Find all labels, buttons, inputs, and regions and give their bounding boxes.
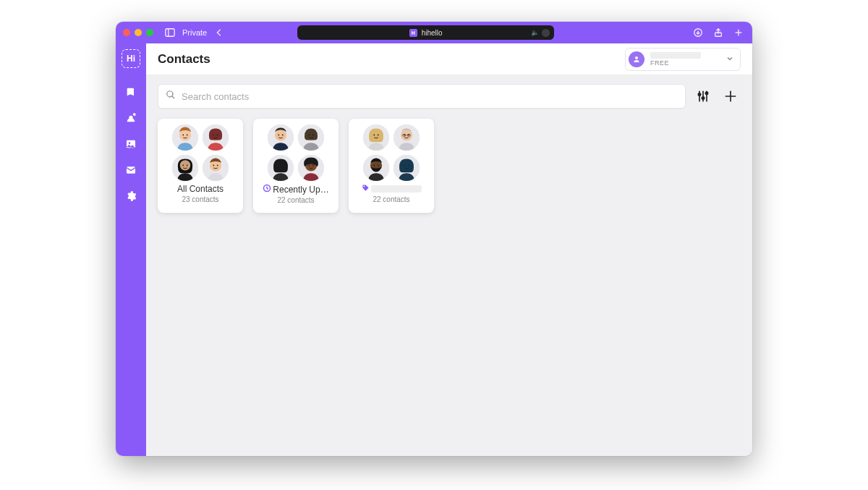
contact-avatar	[298, 124, 324, 151]
browser-titlebar: Private H hihello 🔈	[116, 22, 752, 43]
add-contact-button[interactable]	[720, 86, 741, 106]
search-icon	[166, 90, 176, 103]
sidebar-toggle-icon[interactable]	[163, 26, 176, 39]
svg-point-71	[363, 186, 365, 187]
plan-label: FREE	[650, 60, 720, 67]
recently-updated-icon	[263, 184, 271, 195]
page-title: Contacts	[158, 52, 210, 67]
group-title-placeholder	[371, 185, 422, 193]
contact-avatar	[268, 124, 294, 151]
share-icon[interactable]	[712, 26, 725, 39]
svg-point-47	[282, 165, 284, 166]
svg-point-13	[698, 93, 700, 96]
settings-nav-icon[interactable]	[124, 190, 137, 203]
group-card[interactable]: 22 contacts	[349, 119, 434, 213]
svg-point-25	[217, 135, 218, 136]
app-window: Private H hihello 🔈 Hi	[116, 22, 752, 456]
svg-point-61	[404, 135, 405, 136]
contact-avatar	[172, 155, 198, 181]
private-badge: Private	[182, 28, 207, 37]
search-input[interactable]	[182, 91, 678, 102]
window-controls	[123, 29, 153, 36]
contact-avatar	[363, 155, 389, 181]
backgrounds-nav-icon[interactable]	[124, 138, 137, 151]
svg-point-20	[182, 135, 184, 136]
svg-point-34	[213, 165, 214, 166]
search-box[interactable]	[158, 84, 686, 109]
svg-point-37	[275, 129, 286, 140]
group-count: 22 contacts	[373, 195, 409, 203]
filter-button[interactable]	[693, 86, 713, 106]
account-menu[interactable]: FREE	[625, 48, 741, 71]
contact-avatar	[363, 124, 389, 151]
zoom-window-button[interactable]	[146, 29, 153, 36]
contact-avatar	[172, 124, 198, 151]
tracker-icon	[542, 29, 550, 37]
email-nav-icon[interactable]	[124, 164, 137, 177]
app-logo[interactable]: Hi	[122, 49, 140, 68]
app-sidebar: Hi	[116, 43, 146, 456]
contact-avatar	[298, 155, 324, 181]
contact-avatar	[393, 155, 420, 181]
contact-avatar	[203, 124, 229, 151]
group-count: 23 contacts	[182, 195, 218, 203]
group-title: All Contacts	[177, 184, 224, 194]
group-card[interactable]: Recently Up…22 contacts	[253, 119, 339, 213]
svg-point-51	[312, 165, 314, 166]
svg-point-69	[404, 165, 405, 166]
contact-avatar	[268, 155, 294, 181]
group-card[interactable]: All Contacts23 contacts	[158, 119, 243, 213]
svg-point-8	[129, 142, 131, 144]
contact-avatar	[203, 155, 229, 181]
svg-point-43	[312, 135, 314, 136]
close-window-button[interactable]	[123, 29, 130, 36]
svg-point-50	[308, 165, 310, 166]
address-text: hihello	[422, 29, 443, 37]
account-name-placeholder	[650, 52, 701, 59]
groups-grid: All Contacts23 contacts Recently Up…22 c…	[146, 109, 752, 223]
contacts-nav-icon[interactable]	[124, 111, 137, 124]
svg-point-24	[213, 135, 214, 136]
svg-point-21	[187, 135, 188, 136]
svg-point-38	[278, 135, 279, 136]
svg-point-55	[373, 135, 375, 136]
content-header: Contacts FREE	[146, 43, 752, 75]
svg-point-35	[217, 165, 218, 166]
new-tab-icon[interactable]	[732, 26, 745, 39]
contacts-toolbar	[146, 75, 752, 109]
avatar-icon	[629, 51, 644, 67]
svg-point-65	[373, 165, 375, 166]
downloads-icon[interactable]	[692, 26, 705, 39]
address-bar[interactable]: H hihello 🔈	[297, 25, 554, 40]
group-title	[362, 184, 422, 194]
svg-point-15	[705, 92, 707, 94]
main-content: Contacts FREE	[146, 43, 752, 456]
group-count: 22 contacts	[277, 196, 314, 204]
group-title: Recently Up…	[263, 184, 328, 195]
back-icon[interactable]	[213, 26, 226, 39]
site-favicon: H	[409, 29, 417, 37]
contact-avatar	[393, 124, 420, 151]
svg-point-66	[378, 165, 379, 166]
svg-point-62	[408, 135, 409, 136]
svg-point-46	[278, 165, 279, 166]
minimize-window-button[interactable]	[135, 29, 142, 36]
chevron-down-icon	[726, 53, 734, 66]
audio-icon: 🔈	[531, 29, 539, 36]
tag-icon	[362, 184, 370, 194]
svg-point-30	[182, 165, 184, 166]
svg-rect-0	[166, 29, 174, 37]
cards-nav-icon[interactable]	[124, 85, 137, 98]
svg-point-42	[308, 135, 310, 136]
svg-point-39	[282, 135, 284, 136]
svg-point-56	[378, 135, 379, 136]
svg-point-31	[187, 165, 188, 166]
svg-point-29	[180, 160, 190, 170]
svg-point-70	[408, 165, 409, 166]
svg-point-14	[702, 97, 704, 99]
